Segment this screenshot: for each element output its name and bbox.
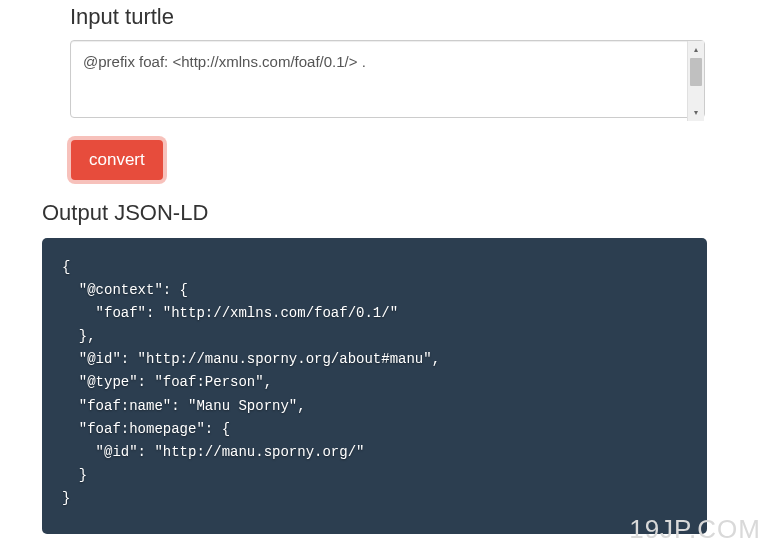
scroll-track-space: [688, 86, 704, 104]
scrollbar[interactable]: ▴ ▾: [687, 41, 704, 121]
scroll-down-arrow[interactable]: ▾: [688, 104, 704, 121]
output-heading: Output JSON-LD: [42, 200, 705, 226]
input-heading: Input turtle: [70, 4, 705, 30]
turtle-input[interactable]: [70, 40, 705, 118]
convert-button[interactable]: convert: [71, 140, 163, 180]
input-textarea-wrapper: ▴ ▾: [70, 40, 705, 122]
output-code-block: { "@context": { "foaf": "http://xmlns.co…: [42, 238, 707, 534]
scroll-up-arrow[interactable]: ▴: [688, 41, 704, 58]
watermark: 19JP.COM: [629, 514, 761, 534]
scroll-thumb[interactable]: [690, 58, 702, 86]
